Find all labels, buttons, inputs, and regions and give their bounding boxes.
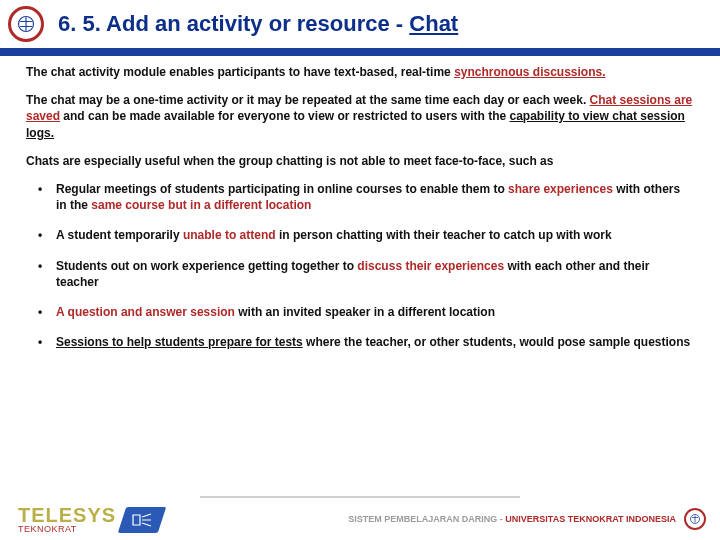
header-divider (0, 48, 720, 56)
footer-divider (200, 496, 520, 498)
telesys-badge-icon (118, 507, 166, 533)
paragraph-3: Chats are especially useful when the gro… (26, 153, 694, 169)
telesys-word: TELESYS (18, 504, 116, 526)
title-chat: Chat (409, 11, 458, 36)
list-item: • A student temporarily unable to attend… (38, 227, 694, 243)
list-item: • Students out on work experience gettin… (38, 258, 694, 290)
bullet-icon: • (38, 258, 56, 290)
slide: 6. 5. Add an activity or resource - Chat… (0, 0, 720, 540)
paragraph-2: The chat may be a one-time activity or i… (26, 92, 694, 141)
footer-text: SISTEM PEMBELAJARAN DARING - UNIVERSITAS… (348, 514, 676, 524)
list-item: • Regular meetings of students participa… (38, 181, 694, 213)
bullet-icon: • (38, 304, 56, 320)
paragraph-1: The chat activity module enables partici… (26, 64, 694, 80)
footer-logo-icon (684, 508, 706, 530)
university-logo-icon (8, 6, 44, 42)
content: The chat activity module enables partici… (0, 56, 720, 350)
title-prefix: 6. 5. Add an activity or resource - (58, 11, 409, 36)
footer-right: SISTEM PEMBELAJARAN DARING - UNIVERSITAS… (348, 508, 706, 530)
list-item: • A question and answer session with an … (38, 304, 694, 320)
slide-title: 6. 5. Add an activity or resource - Chat (58, 11, 458, 37)
header: 6. 5. Add an activity or resource - Chat (0, 0, 720, 48)
bullet-icon: • (38, 227, 56, 243)
bullet-list: • Regular meetings of students participa… (26, 181, 694, 350)
list-item: • Sessions to help students prepare for … (38, 334, 694, 350)
footer: TELESYS TEKNOKRAT SISTEM PEMBELAJARAN DA… (0, 496, 720, 540)
telesys-logo: TELESYS TEKNOKRAT (18, 505, 162, 534)
bullet-icon: • (38, 181, 56, 213)
bullet-icon: • (38, 334, 56, 350)
